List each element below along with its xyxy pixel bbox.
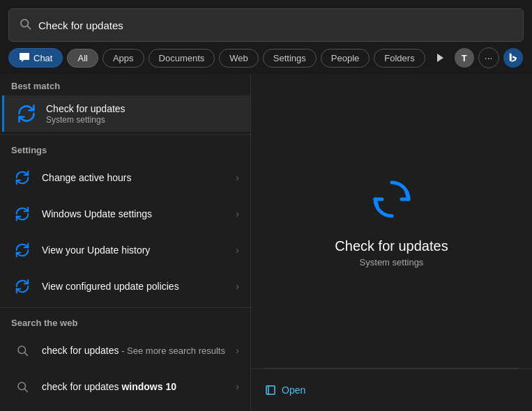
change-active-hours-text: Change active hours bbox=[42, 172, 236, 183]
web-search-item-1-arrow: › bbox=[236, 345, 239, 356]
detail-area: Check for updates System settings bbox=[251, 74, 532, 368]
windows-update-settings-icon bbox=[11, 203, 33, 225]
svg-marker-2 bbox=[437, 54, 443, 62]
detail-title: Check for updates bbox=[335, 238, 448, 254]
left-results-panel: Best match Check for updates System sett… bbox=[0, 74, 251, 411]
update-policies-text: View configured update policies bbox=[42, 281, 236, 292]
bing-icon[interactable] bbox=[503, 48, 523, 68]
settings-item-windows-update[interactable]: Windows Update settings › bbox=[0, 196, 250, 232]
tab-folders[interactable]: Folders bbox=[374, 49, 425, 68]
web-search-item-2-title: check for updates windows 10 bbox=[42, 381, 236, 392]
settings-item-update-history[interactable]: View your Update history › bbox=[0, 232, 250, 268]
tab-documents[interactable]: Documents bbox=[149, 49, 215, 68]
web-search-item-1-title: check for updates - See more search resu… bbox=[42, 345, 236, 356]
detail-subtitle: System settings bbox=[360, 257, 424, 267]
update-policies-arrow: › bbox=[236, 281, 239, 292]
user-avatar[interactable]: T bbox=[455, 48, 474, 68]
search-input[interactable] bbox=[38, 20, 513, 31]
best-match-item[interactable]: Check for updates System settings bbox=[2, 95, 250, 132]
detail-actions: Open bbox=[251, 369, 532, 411]
search-icon bbox=[19, 17, 31, 33]
divider-2 bbox=[0, 307, 250, 308]
tab-web[interactable]: Web bbox=[219, 49, 259, 68]
windows-update-settings-text: Windows Update settings bbox=[42, 208, 236, 219]
change-active-hours-icon bbox=[11, 166, 33, 189]
windows-update-settings-title: Windows Update settings bbox=[42, 208, 236, 219]
svg-line-4 bbox=[24, 352, 27, 355]
web-search-icon-2 bbox=[11, 375, 33, 398]
tab-people[interactable]: People bbox=[321, 49, 370, 68]
web-search-item-2-text: check for updates windows 10 bbox=[42, 381, 236, 392]
update-history-text: View your Update history bbox=[42, 245, 236, 256]
search-web-label: Search the web bbox=[0, 311, 250, 332]
change-active-hours-title: Change active hours bbox=[42, 172, 236, 183]
change-active-hours-arrow: › bbox=[236, 172, 239, 183]
filter-tabs-bar: Chat All Apps Documents Web Settings Peo… bbox=[0, 42, 532, 74]
svg-line-1 bbox=[27, 26, 30, 29]
main-content: Best match Check for updates System sett… bbox=[0, 74, 532, 411]
web-search-item-2[interactable]: check for updates windows 10 › bbox=[0, 369, 250, 405]
best-match-title: Check for updates bbox=[46, 103, 239, 114]
best-match-subtitle: System settings bbox=[46, 115, 239, 125]
open-button[interactable]: Open bbox=[265, 380, 518, 400]
best-match-icon bbox=[15, 102, 38, 125]
svg-line-6 bbox=[24, 389, 27, 391]
web-search-item-1[interactable]: check for updates - See more search resu… bbox=[0, 332, 250, 369]
update-history-icon bbox=[11, 239, 33, 261]
update-policies-icon bbox=[11, 275, 33, 297]
tab-chat[interactable]: Chat bbox=[8, 48, 63, 68]
update-policies-title: View configured update policies bbox=[42, 281, 236, 292]
tab-all[interactable]: All bbox=[67, 49, 98, 68]
scroll-tabs-right-button[interactable] bbox=[430, 47, 450, 68]
web-search-item-2-arrow: › bbox=[236, 381, 239, 392]
search-bar bbox=[8, 8, 524, 42]
update-history-arrow: › bbox=[236, 245, 239, 256]
tab-settings[interactable]: Settings bbox=[263, 49, 317, 68]
best-match-text: Check for updates System settings bbox=[46, 103, 239, 125]
svg-rect-7 bbox=[266, 386, 275, 394]
web-search-icon-1 bbox=[11, 339, 33, 362]
settings-item-update-policies[interactable]: View configured update policies › bbox=[0, 268, 250, 304]
detail-icon bbox=[367, 174, 417, 227]
more-options-button[interactable]: ··· bbox=[478, 47, 499, 68]
best-match-label: Best match bbox=[0, 74, 250, 95]
divider-1 bbox=[0, 134, 250, 135]
tab-apps[interactable]: Apps bbox=[102, 49, 144, 68]
update-history-title: View your Update history bbox=[42, 245, 236, 256]
windows-update-settings-arrow: › bbox=[236, 208, 239, 219]
right-detail-panel: Check for updates System settings Open bbox=[251, 74, 532, 411]
settings-item-change-active-hours[interactable]: Change active hours › bbox=[0, 160, 250, 196]
web-search-item-1-text: check for updates - See more search resu… bbox=[42, 345, 236, 356]
settings-section-label: Settings bbox=[0, 138, 250, 160]
